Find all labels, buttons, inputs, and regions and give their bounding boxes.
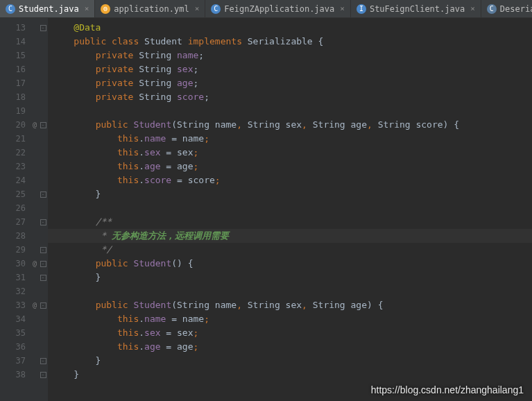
- close-icon[interactable]: ×: [85, 4, 89, 13]
- code-line[interactable]: public Student() {: [48, 257, 532, 271]
- code-line[interactable]: private String name;: [48, 49, 532, 62]
- fold-cell: [38, 132, 48, 146]
- fold-toggle-icon[interactable]: -: [40, 261, 46, 267]
- watermark: https://blog.csdn.net/zhanghailang1: [371, 384, 524, 395]
- code-token: ,: [237, 300, 248, 310]
- line-gutter: 1314151617181920@21222324252627282930@31…: [0, 18, 38, 401]
- code-token: ;: [194, 327, 199, 338]
- fold-cell: [38, 229, 48, 243]
- code-line[interactable]: [48, 201, 532, 215]
- code-line[interactable]: this.score = score;: [48, 173, 532, 187]
- file-icon: C: [211, 4, 221, 14]
- override-marker-icon[interactable]: @: [33, 118, 37, 132]
- code-token: String age) {: [313, 300, 384, 310]
- code-token: [52, 175, 117, 185]
- code-token: String: [139, 92, 177, 102]
- line-number: 28: [0, 229, 38, 243]
- code-line[interactable]: public Student(String name, String sex, …: [48, 298, 532, 312]
- code-line[interactable]: }: [48, 368, 532, 382]
- code-line[interactable]: this.age = age;: [48, 340, 532, 354]
- close-icon[interactable]: ×: [340, 4, 345, 13]
- tab-deserializationcontext-ja[interactable]: CDeserializationContext.ja×: [481, 0, 532, 17]
- fold-toggle-icon[interactable]: -: [40, 219, 46, 225]
- tab-student-java[interactable]: CStudent.java×: [0, 0, 95, 17]
- code-token: private: [96, 92, 139, 102]
- tab-stufeignclient-java[interactable]: IStuFeignClient.java×: [351, 0, 481, 17]
- code-token: }: [52, 369, 79, 379]
- code-line[interactable]: * 无参构造方法，远程调用需要: [48, 229, 532, 243]
- code-line[interactable]: }: [48, 271, 532, 284]
- code-line[interactable]: this.name = name;: [48, 312, 532, 326]
- code-token: ;: [204, 92, 209, 102]
- line-number: 14: [0, 35, 38, 49]
- fold-toggle-icon[interactable]: -: [40, 247, 46, 253]
- editor: 1314151617181920@21222324252627282930@31…: [0, 18, 532, 401]
- fold-toggle-icon[interactable]: -: [40, 372, 46, 378]
- code-line[interactable]: */: [48, 243, 532, 257]
- code-token: [52, 161, 117, 171]
- code-line[interactable]: private String age;: [48, 76, 532, 90]
- code-line[interactable]: public Student(String name, String sex, …: [48, 118, 532, 132]
- tab-label: application.yml: [114, 4, 189, 14]
- code-line[interactable]: public class Student implements Serializ…: [48, 35, 532, 49]
- fold-toggle-icon[interactable]: -: [40, 122, 46, 128]
- code-line[interactable]: [48, 284, 532, 298]
- fold-cell: -: [38, 354, 48, 368]
- fold-cell: [38, 201, 48, 215]
- code-line[interactable]: private String sex;: [48, 62, 532, 76]
- code-token: this: [117, 147, 139, 157]
- code-line[interactable]: /**: [48, 215, 532, 229]
- override-marker-icon[interactable]: @: [33, 257, 37, 271]
- code-token: [52, 22, 74, 33]
- fold-cell: [38, 35, 48, 49]
- code-token: .: [139, 341, 144, 352]
- fold-toggle-icon[interactable]: -: [40, 191, 46, 198]
- code-token: ,: [237, 119, 248, 130]
- code-token: score: [177, 92, 204, 102]
- code-token: ;: [194, 341, 199, 352]
- code-line[interactable]: this.name = name;: [48, 132, 532, 146]
- code-token: [52, 64, 96, 74]
- code-token: .: [139, 147, 144, 157]
- fold-toggle-icon[interactable]: -: [40, 275, 46, 281]
- code-token: ,: [367, 119, 378, 130]
- close-icon[interactable]: ×: [195, 4, 200, 13]
- code-token: }: [52, 189, 101, 199]
- code-token: = age: [161, 161, 194, 171]
- code-token: sex: [177, 64, 193, 74]
- file-icon: ⚙: [101, 4, 110, 14]
- line-number: 13: [0, 21, 38, 35]
- close-icon[interactable]: ×: [470, 4, 475, 13]
- code-token: .: [139, 161, 144, 171]
- fold-cell: -: [38, 21, 48, 35]
- code-area[interactable]: @Data public class Student implements Se…: [48, 18, 532, 401]
- line-number: 15: [0, 49, 38, 62]
- line-number: 16: [0, 62, 38, 76]
- line-number: 31: [0, 271, 38, 284]
- code-token: .: [139, 314, 144, 324]
- code-token: age: [177, 78, 193, 88]
- code-line[interactable]: this.age = age;: [48, 160, 532, 173]
- line-number: 38: [0, 368, 38, 382]
- code-line[interactable]: }: [48, 354, 532, 368]
- code-line[interactable]: }: [48, 187, 532, 201]
- code-token: this: [117, 314, 139, 324]
- code-token: [52, 50, 96, 60]
- code-line[interactable]: private String score;: [48, 90, 532, 104]
- fold-cell: [38, 104, 48, 118]
- fold-toggle-icon[interactable]: -: [40, 25, 46, 31]
- tab-application-yml[interactable]: ⚙application.yml×: [95, 0, 205, 17]
- code-line[interactable]: this.sex = sex;: [48, 146, 532, 160]
- code-line[interactable]: @Data: [48, 21, 532, 35]
- tab-feignzapplication-java[interactable]: CFeignZApplication.java×: [205, 0, 351, 17]
- code-token: public: [96, 119, 134, 130]
- override-marker-icon[interactable]: @: [33, 298, 37, 312]
- fold-toggle-icon[interactable]: -: [40, 302, 46, 309]
- code-line[interactable]: this.sex = sex;: [48, 326, 532, 340]
- line-number: 26: [0, 201, 38, 215]
- code-token: String sex: [248, 300, 302, 310]
- code-token: .: [139, 133, 144, 144]
- code-line[interactable]: [48, 104, 532, 118]
- fold-toggle-icon[interactable]: -: [40, 358, 46, 364]
- fold-cell: [38, 326, 48, 340]
